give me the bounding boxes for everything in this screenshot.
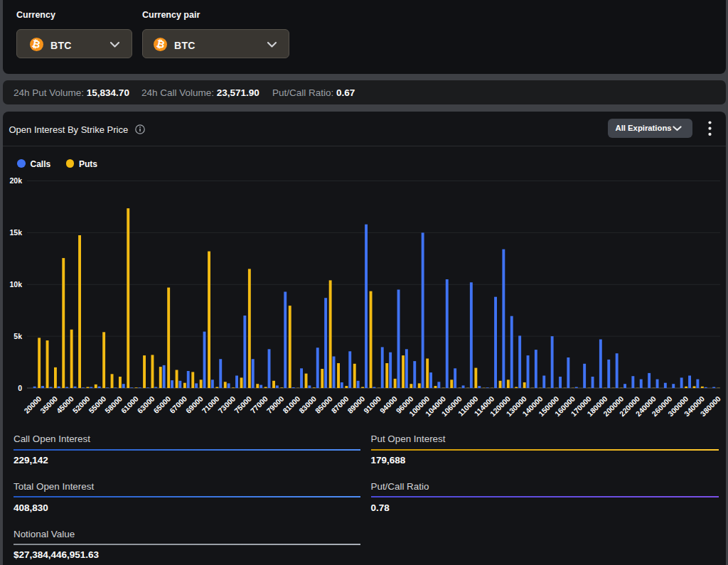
svg-text:58000: 58000 [103,394,124,415]
svg-text:79000: 79000 [264,394,285,415]
svg-text:69000: 69000 [184,394,205,415]
svg-text:52000: 52000 [70,394,91,415]
svg-text:20000: 20000 [22,394,43,415]
svg-text:71000: 71000 [200,394,220,415]
svg-text:15k: 15k [9,228,22,237]
svg-text:89000: 89000 [346,394,366,415]
svg-text:63000: 63000 [135,394,156,415]
svg-text:45000: 45000 [55,394,75,415]
svg-text:91000: 91000 [362,394,382,415]
svg-text:85000: 85000 [314,394,334,415]
svg-text:35000: 35000 [38,394,59,415]
svg-text:61000: 61000 [119,394,140,415]
svg-text:83000: 83000 [297,394,318,415]
svg-text:75000: 75000 [232,394,253,415]
svg-text:81000: 81000 [281,394,301,415]
svg-text:77000: 77000 [249,394,269,415]
svg-text:0: 0 [18,384,22,392]
svg-text:73000: 73000 [216,394,237,415]
svg-text:87000: 87000 [329,394,350,415]
svg-text:5k: 5k [14,332,22,340]
svg-text:94000: 94000 [378,394,399,415]
svg-text:20k: 20k [9,176,22,185]
svg-text:10k: 10k [9,280,22,289]
svg-text:65000: 65000 [151,394,172,415]
svg-text:67000: 67000 [168,394,188,415]
svg-text:55000: 55000 [87,394,107,415]
